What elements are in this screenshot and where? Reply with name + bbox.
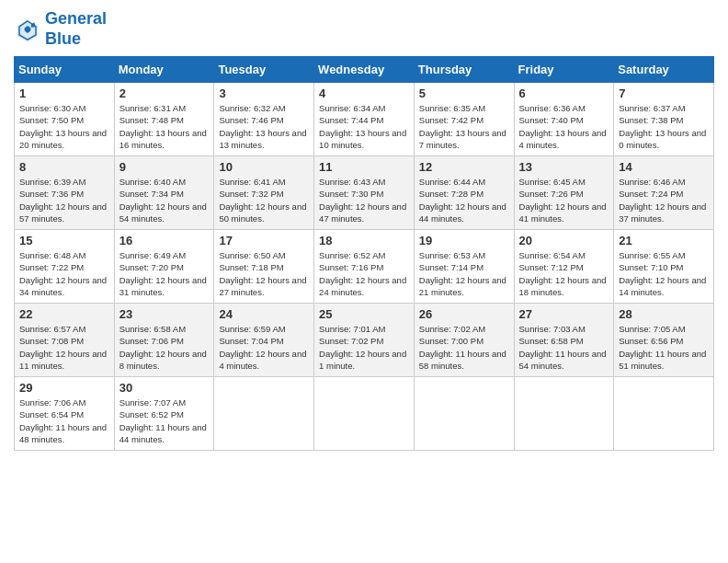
- page-container: General Blue SundayMondayTuesdayWednesda…: [0, 0, 728, 460]
- header: General Blue: [14, 9, 714, 49]
- logo: General Blue: [14, 9, 107, 49]
- day-number: 11: [319, 160, 409, 174]
- day-number: 24: [219, 307, 309, 321]
- day-info: Sunrise: 6:40 AMSunset: 7:34 PMDaylight:…: [119, 176, 210, 224]
- day-info: Sunrise: 7:07 AMSunset: 6:52 PMDaylight:…: [119, 396, 210, 445]
- weekday-header-row: SundayMondayTuesdayWednesdayThursdayFrid…: [15, 57, 714, 83]
- day-info: Sunrise: 6:43 AMSunset: 7:30 PMDaylight:…: [319, 176, 409, 224]
- day-number: 28: [619, 307, 709, 321]
- weekday-friday: Friday: [514, 57, 614, 83]
- calendar-cell: 28Sunrise: 7:05 AMSunset: 6:56 PMDayligh…: [614, 304, 714, 377]
- day-info: Sunrise: 7:01 AMSunset: 7:02 PMDaylight:…: [319, 323, 409, 372]
- day-number: 25: [319, 307, 409, 321]
- weekday-sunday: Sunday: [15, 57, 115, 83]
- calendar-cell: [414, 377, 514, 451]
- day-number: 12: [419, 160, 509, 174]
- day-number: 18: [319, 234, 409, 247]
- calendar-cell: 4Sunrise: 6:34 AMSunset: 7:44 PMDaylight…: [314, 83, 415, 156]
- calendar-body: 1Sunrise: 6:30 AMSunset: 7:50 PMDaylight…: [15, 83, 714, 451]
- day-info: Sunrise: 6:49 AMSunset: 7:20 PMDaylight:…: [119, 249, 210, 298]
- day-info: Sunrise: 6:37 AMSunset: 7:38 PMDaylight:…: [619, 102, 709, 151]
- calendar-cell: 16Sunrise: 6:49 AMSunset: 7:20 PMDayligh…: [114, 230, 214, 304]
- calendar-cell: 9Sunrise: 6:40 AMSunset: 7:34 PMDaylight…: [114, 156, 214, 230]
- calendar-cell: [214, 377, 314, 451]
- calendar-cell: [514, 377, 614, 451]
- calendar-cell: 25Sunrise: 7:01 AMSunset: 7:02 PMDayligh…: [314, 304, 415, 377]
- calendar-cell: 8Sunrise: 6:39 AMSunset: 7:36 PMDaylight…: [15, 156, 115, 230]
- day-info: Sunrise: 6:52 AMSunset: 7:16 PMDaylight:…: [319, 249, 409, 298]
- logo-text: General Blue: [45, 9, 107, 49]
- weekday-tuesday: Tuesday: [214, 57, 314, 83]
- calendar-cell: 17Sunrise: 6:50 AMSunset: 7:18 PMDayligh…: [214, 230, 314, 304]
- calendar-week-5: 29Sunrise: 7:06 AMSunset: 6:54 PMDayligh…: [15, 377, 714, 451]
- day-number: 23: [119, 307, 210, 321]
- day-info: Sunrise: 6:44 AMSunset: 7:28 PMDaylight:…: [419, 176, 509, 224]
- day-number: 13: [519, 160, 609, 174]
- day-number: 7: [619, 86, 709, 100]
- calendar-cell: 24Sunrise: 6:59 AMSunset: 7:04 PMDayligh…: [214, 304, 314, 377]
- day-number: 3: [219, 86, 309, 100]
- day-number: 16: [119, 234, 210, 247]
- day-info: Sunrise: 6:34 AMSunset: 7:44 PMDaylight:…: [319, 102, 409, 151]
- day-number: 8: [19, 160, 109, 174]
- day-number: 30: [119, 381, 210, 395]
- calendar-cell: 6Sunrise: 6:36 AMSunset: 7:40 PMDaylight…: [514, 83, 614, 156]
- calendar-cell: 5Sunrise: 6:35 AMSunset: 7:42 PMDaylight…: [414, 83, 514, 156]
- day-number: 10: [219, 160, 309, 174]
- calendar-cell: 18Sunrise: 6:52 AMSunset: 7:16 PMDayligh…: [314, 230, 415, 304]
- day-number: 29: [19, 381, 109, 395]
- day-info: Sunrise: 6:58 AMSunset: 7:06 PMDaylight:…: [119, 323, 210, 372]
- calendar-cell: [314, 377, 415, 451]
- calendar-cell: [614, 377, 714, 451]
- day-info: Sunrise: 6:50 AMSunset: 7:18 PMDaylight:…: [219, 249, 309, 298]
- calendar-cell: 20Sunrise: 6:54 AMSunset: 7:12 PMDayligh…: [514, 230, 614, 304]
- day-number: 14: [619, 160, 709, 174]
- day-info: Sunrise: 6:31 AMSunset: 7:48 PMDaylight:…: [119, 102, 210, 151]
- calendar-week-4: 22Sunrise: 6:57 AMSunset: 7:08 PMDayligh…: [15, 304, 714, 377]
- day-info: Sunrise: 7:06 AMSunset: 6:54 PMDaylight:…: [19, 396, 109, 445]
- calendar-cell: 26Sunrise: 7:02 AMSunset: 7:00 PMDayligh…: [414, 304, 514, 377]
- calendar-cell: 27Sunrise: 7:03 AMSunset: 6:58 PMDayligh…: [514, 304, 614, 377]
- day-info: Sunrise: 6:57 AMSunset: 7:08 PMDaylight:…: [19, 323, 109, 372]
- calendar-week-3: 15Sunrise: 6:48 AMSunset: 7:22 PMDayligh…: [15, 230, 714, 304]
- day-number: 21: [619, 234, 709, 247]
- day-number: 1: [19, 86, 109, 100]
- day-number: 26: [419, 307, 509, 321]
- day-number: 5: [419, 86, 509, 100]
- calendar-cell: 12Sunrise: 6:44 AMSunset: 7:28 PMDayligh…: [414, 156, 514, 230]
- calendar-table: SundayMondayTuesdayWednesdayThursdayFrid…: [14, 56, 714, 451]
- day-info: Sunrise: 7:02 AMSunset: 7:00 PMDaylight:…: [419, 323, 509, 372]
- day-info: Sunrise: 6:48 AMSunset: 7:22 PMDaylight:…: [19, 249, 109, 298]
- weekday-thursday: Thursday: [414, 57, 514, 83]
- day-number: 9: [119, 160, 210, 174]
- calendar-cell: 14Sunrise: 6:46 AMSunset: 7:24 PMDayligh…: [614, 156, 714, 230]
- day-info: Sunrise: 6:30 AMSunset: 7:50 PMDaylight:…: [19, 102, 109, 151]
- calendar-cell: 15Sunrise: 6:48 AMSunset: 7:22 PMDayligh…: [15, 230, 115, 304]
- day-info: Sunrise: 6:41 AMSunset: 7:32 PMDaylight:…: [219, 176, 309, 224]
- day-info: Sunrise: 6:59 AMSunset: 7:04 PMDaylight:…: [219, 323, 309, 372]
- calendar-cell: 3Sunrise: 6:32 AMSunset: 7:46 PMDaylight…: [214, 83, 314, 156]
- day-info: Sunrise: 6:45 AMSunset: 7:26 PMDaylight:…: [519, 176, 609, 224]
- calendar-cell: 7Sunrise: 6:37 AMSunset: 7:38 PMDaylight…: [614, 83, 714, 156]
- calendar-cell: 23Sunrise: 6:58 AMSunset: 7:06 PMDayligh…: [114, 304, 214, 377]
- day-number: 6: [519, 86, 609, 100]
- weekday-wednesday: Wednesday: [314, 57, 415, 83]
- calendar-cell: 29Sunrise: 7:06 AMSunset: 6:54 PMDayligh…: [15, 377, 115, 451]
- calendar-cell: 1Sunrise: 6:30 AMSunset: 7:50 PMDaylight…: [15, 83, 115, 156]
- day-number: 17: [219, 234, 309, 247]
- calendar-cell: 19Sunrise: 6:53 AMSunset: 7:14 PMDayligh…: [414, 230, 514, 304]
- calendar-week-1: 1Sunrise: 6:30 AMSunset: 7:50 PMDaylight…: [15, 83, 714, 156]
- day-number: 4: [319, 86, 409, 100]
- day-number: 2: [119, 86, 210, 100]
- day-info: Sunrise: 6:46 AMSunset: 7:24 PMDaylight:…: [619, 176, 709, 224]
- calendar-cell: 22Sunrise: 6:57 AMSunset: 7:08 PMDayligh…: [15, 304, 115, 377]
- day-number: 22: [19, 307, 109, 321]
- day-info: Sunrise: 6:36 AMSunset: 7:40 PMDaylight:…: [519, 102, 609, 151]
- calendar-cell: 21Sunrise: 6:55 AMSunset: 7:10 PMDayligh…: [614, 230, 714, 304]
- day-info: Sunrise: 6:54 AMSunset: 7:12 PMDaylight:…: [519, 249, 609, 298]
- calendar-cell: 10Sunrise: 6:41 AMSunset: 7:32 PMDayligh…: [214, 156, 314, 230]
- day-number: 19: [419, 234, 509, 247]
- calendar-cell: 11Sunrise: 6:43 AMSunset: 7:30 PMDayligh…: [314, 156, 415, 230]
- calendar-week-2: 8Sunrise: 6:39 AMSunset: 7:36 PMDaylight…: [15, 156, 714, 230]
- day-number: 15: [19, 234, 109, 247]
